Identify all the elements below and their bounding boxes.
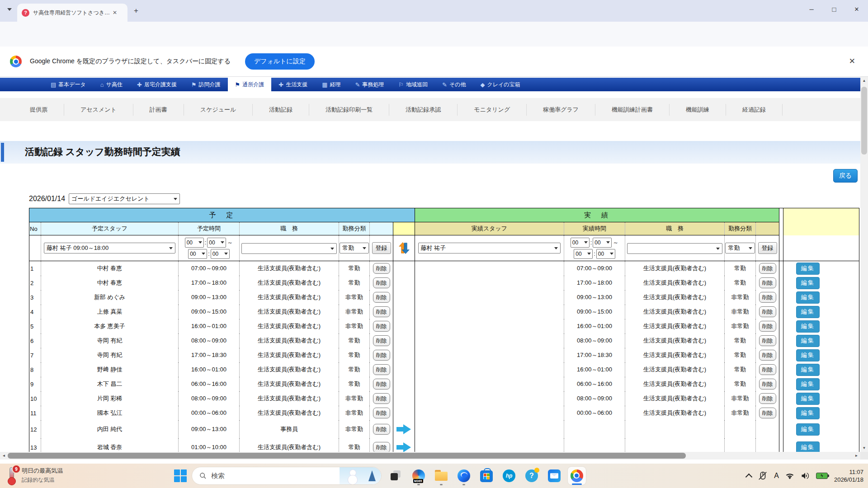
plan-end-minute-select[interactable]: 00	[211, 249, 230, 259]
subnav-tab[interactable]: アセスメント	[64, 104, 133, 116]
actual-start-hour-select[interactable]: 00	[571, 238, 590, 248]
window-minimize-button[interactable]: ─	[800, 0, 823, 18]
vertical-scrollbar[interactable]: ▲ ▼	[860, 77, 868, 452]
delete-button[interactable]: 削除	[759, 364, 776, 375]
hp-app-button[interactable]: hp	[500, 467, 518, 485]
nav-item-office-work[interactable]: ✎事務処理	[348, 78, 391, 91]
scroll-up-icon[interactable]: ▲	[860, 77, 868, 84]
edit-button[interactable]: 編集	[796, 407, 820, 419]
edit-button[interactable]: 編集	[796, 306, 820, 318]
edit-button[interactable]: 編集	[796, 423, 820, 436]
actual-category-select[interactable]: 常勤	[725, 243, 755, 253]
copy-to-actual-arrow-icon[interactable]	[396, 442, 412, 452]
delete-button[interactable]: 削除	[759, 408, 776, 418]
tab-search-chevron-icon[interactable]	[7, 8, 12, 11]
delete-button[interactable]: 削除	[373, 408, 390, 418]
actual-register-button[interactable]: 登録	[758, 242, 777, 254]
tab-close-icon[interactable]: ✕	[113, 9, 117, 16]
edit-button[interactable]: 編集	[796, 393, 820, 405]
nav-item-area-patrol[interactable]: ⚐地域巡回	[391, 78, 435, 91]
subnav-tab[interactable]: 活動記録	[253, 104, 309, 116]
ime-indicator[interactable]: A	[774, 472, 779, 480]
copy-to-actual-arrow-icon[interactable]	[396, 424, 412, 434]
actual-staff-select[interactable]: 藤村 祐子	[418, 243, 561, 253]
delete-button[interactable]: 削除	[373, 321, 390, 332]
new-tab-button[interactable]: +	[134, 6, 138, 15]
scroll-left-icon[interactable]: ◄	[0, 452, 8, 460]
subnav-tab[interactable]: 計画書	[133, 104, 184, 116]
delete-button[interactable]: 削除	[373, 364, 390, 375]
delete-button[interactable]: 削除	[373, 277, 390, 288]
subnav-tab[interactable]: モニタリング	[458, 104, 527, 116]
plan-job-select[interactable]	[241, 243, 336, 254]
delete-button[interactable]: 削除	[759, 292, 776, 303]
actual-job-select[interactable]	[627, 243, 722, 254]
delete-button[interactable]: 削除	[759, 321, 776, 332]
taskbar-weather-widget[interactable]: 9 明日の最高気温 記録的な気温	[5, 466, 63, 484]
tray-overflow-icon[interactable]	[745, 473, 753, 480]
delete-button[interactable]: 削除	[373, 424, 390, 435]
nav-item-senior-housing[interactable]: ⌂サ高住	[93, 78, 130, 91]
edge-app-button[interactable]	[455, 467, 473, 485]
edit-button[interactable]: 編集	[796, 291, 820, 304]
edit-button[interactable]: 編集	[796, 364, 820, 376]
satsukichan-app-button[interactable]: ?	[523, 467, 541, 485]
delete-button[interactable]: 削除	[373, 292, 390, 303]
browser-tab[interactable]: ? サ高住専用経営ソフトさつきちゃん ✕	[17, 4, 127, 22]
plan-end-hour-select[interactable]: 00	[188, 249, 207, 259]
delete-button[interactable]: 削除	[759, 277, 776, 288]
edit-button[interactable]: 編集	[796, 277, 820, 289]
actual-end-hour-select[interactable]: 00	[574, 249, 593, 259]
delete-button[interactable]: 削除	[373, 350, 390, 361]
delete-button[interactable]: 削除	[759, 263, 776, 274]
start-button[interactable]	[174, 469, 187, 482]
nav-item-day-care[interactable]: ⚑通所介護	[228, 78, 272, 91]
copilot-app-button[interactable]: M365	[410, 467, 428, 485]
edit-button[interactable]: 編集	[796, 263, 820, 275]
subnav-tab[interactable]: 機能訓練計画書	[595, 104, 670, 116]
plan-register-button[interactable]: 登録	[372, 242, 391, 254]
horizontal-scrollbar[interactable]: ◄ ►	[0, 452, 860, 460]
window-maximize-button[interactable]: □	[823, 0, 845, 18]
nav-item-treasure-box[interactable]: ◆クレイの宝箱	[473, 78, 527, 91]
edit-button[interactable]: 編集	[796, 378, 820, 390]
delete-button[interactable]: 削除	[373, 335, 390, 346]
delete-button[interactable]: 削除	[759, 379, 776, 389]
nav-item-life-support[interactable]: ✚生活支援	[271, 78, 315, 91]
swap-plan-actual-icon[interactable]	[397, 241, 411, 255]
delete-button[interactable]: 削除	[759, 306, 776, 317]
touchpad-off-icon[interactable]	[758, 471, 768, 481]
file-explorer-button[interactable]	[432, 467, 450, 485]
plan-start-hour-select[interactable]: 00	[185, 238, 204, 248]
microsoft-store-button[interactable]	[477, 467, 495, 485]
nav-item-visiting-care[interactable]: ⚑訪問介護	[184, 78, 228, 91]
edit-button[interactable]: 編集	[796, 349, 820, 361]
horizontal-scroll-thumb[interactable]	[8, 453, 686, 459]
subnav-tab[interactable]: 活動記録承認	[389, 104, 458, 116]
plan-start-minute-select[interactable]: 00	[207, 238, 226, 248]
nav-item-basic-data[interactable]: ▤基本データ	[43, 78, 93, 91]
subnav-tab[interactable]: 提供票	[14, 104, 64, 116]
plan-category-select[interactable]: 常勤	[340, 243, 368, 253]
delete-button[interactable]: 削除	[759, 350, 776, 361]
edit-button[interactable]: 編集	[796, 320, 820, 333]
chrome-app-button[interactable]	[568, 467, 586, 485]
volume-icon[interactable]	[801, 471, 810, 480]
vertical-scroll-thumb[interactable]	[861, 87, 867, 155]
delete-button[interactable]: 削除	[373, 306, 390, 317]
delete-button[interactable]: 削除	[373, 393, 390, 404]
outlook-app-button[interactable]	[545, 467, 563, 485]
nav-item-home-care-support[interactable]: ✚居宅介護支援	[130, 78, 184, 91]
subnav-tab[interactable]: 経過記録	[726, 104, 783, 116]
battery-icon[interactable]: ϟ	[816, 473, 828, 479]
plan-staff-select[interactable]: 藤村 祐子 09:00～18:00	[44, 243, 175, 253]
task-view-button[interactable]	[387, 467, 405, 485]
edit-button[interactable]: 編集	[796, 335, 820, 347]
delete-button[interactable]: 削除	[373, 379, 390, 389]
subnav-tab[interactable]: 機能訓練	[670, 104, 726, 116]
actual-end-minute-select[interactable]: 00	[596, 249, 615, 259]
scroll-right-icon[interactable]: ►	[853, 452, 860, 460]
facility-select[interactable]: ゴールドエイジエクセレント	[69, 193, 180, 204]
banner-close-icon[interactable]: ✕	[849, 56, 855, 66]
clock[interactable]: 11:07 2026/01/18	[834, 468, 863, 483]
